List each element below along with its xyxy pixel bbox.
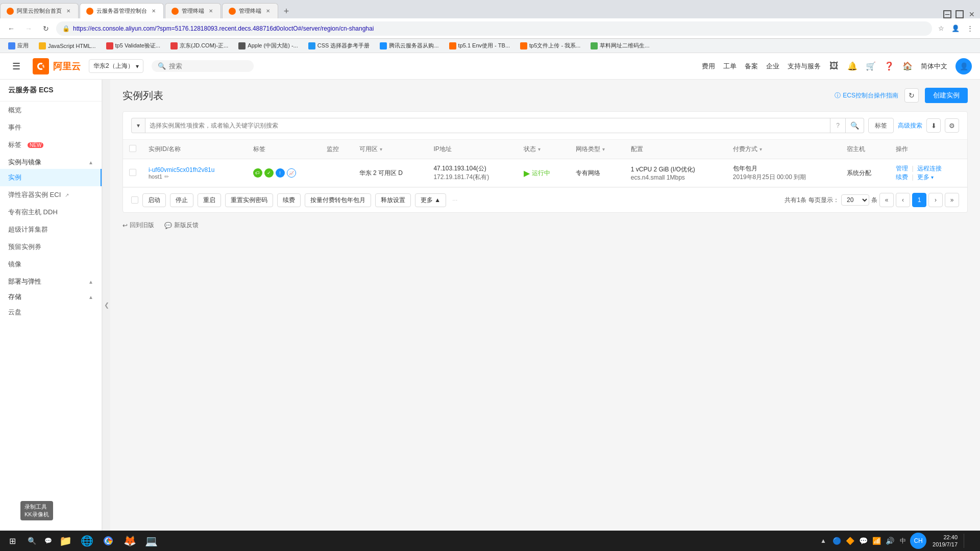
restart-button[interactable]: 重启 <box>198 193 221 207</box>
bookmark-tencent[interactable]: 腾讯云服务器从购... <box>376 41 443 51</box>
tab-close-4[interactable]: ✕ <box>264 8 272 15</box>
sidebar-item-events[interactable]: 事件 <box>0 119 102 136</box>
sidebar-item-ddh[interactable]: 专有宿主机 DDH <box>0 204 102 221</box>
sidebar-item-instances[interactable]: 实例 <box>0 169 102 186</box>
tray-icon-1[interactable]: 🔵 <box>830 535 843 547</box>
tray-icon-2[interactable]: 🔶 <box>844 535 856 547</box>
stop-button[interactable]: 停止 <box>170 193 193 207</box>
search-input[interactable] <box>169 62 210 70</box>
nav-icp[interactable]: 备案 <box>745 62 758 71</box>
nav-lang[interactable]: 简体中文 <box>921 62 947 71</box>
taskbar-app-5[interactable]: 💻 <box>141 531 161 551</box>
create-instance-button[interactable]: 创建实例 <box>925 88 968 103</box>
nav-enterprise[interactable]: 企业 <box>766 62 779 71</box>
tag-icon-check[interactable]: ✓ <box>264 168 274 178</box>
tab-3[interactable]: 管理终端 ✕ <box>165 3 221 18</box>
back-button[interactable]: ← <box>4 21 18 36</box>
reset-password-button[interactable]: 重置实例密码 <box>225 193 273 207</box>
cart-icon[interactable]: 🛒 <box>866 61 876 71</box>
taskbar-file-explorer[interactable]: 📁 <box>55 531 76 551</box>
tray-network-icon[interactable]: 📶 <box>870 535 883 547</box>
th-instance-id[interactable]: 实例ID/名称 <box>149 145 241 154</box>
sidebar-section-storage[interactable]: 存储 ▲ <box>0 288 102 304</box>
tray-volume-icon[interactable]: 🔊 <box>884 535 896 547</box>
image-icon[interactable]: 🖼 <box>829 61 839 71</box>
nav-support[interactable]: 支持与服务 <box>788 62 821 71</box>
user-avatar[interactable]: 👤 <box>955 58 972 74</box>
page-last-button[interactable]: » <box>945 193 959 207</box>
advanced-search-link[interactable]: 高级搜索 <box>898 121 922 130</box>
forward-button[interactable]: → <box>21 21 36 36</box>
instance-id-link[interactable]: i-uf60vmic5cx01fh2v81u <box>149 166 214 173</box>
nav-ticket[interactable]: 工单 <box>723 62 737 71</box>
settings-icon[interactable]: ⋮ <box>964 22 976 35</box>
download-icon-button[interactable]: ⬇ <box>926 118 941 133</box>
sidebar-item-images[interactable]: 镜像 <box>0 256 102 273</box>
footer-select-all-checkbox[interactable] <box>131 196 138 204</box>
bell-icon[interactable]: 🔔 <box>847 61 857 71</box>
bookmark-tp5[interactable]: tp5 Validate验证... <box>102 41 164 51</box>
th-network[interactable]: 网络类型 ▾ <box>576 145 619 154</box>
search-help-icon[interactable]: ? <box>830 118 846 133</box>
sidebar-item-reserved[interactable]: 预留实例券 <box>0 238 102 256</box>
tag-icon-alert[interactable]: ! <box>276 168 285 178</box>
help-link[interactable]: ⓘ ECS控制台操作指南 <box>835 91 898 100</box>
help-icon[interactable]: ❓ <box>884 61 894 71</box>
home-icon[interactable]: 🏠 <box>902 61 913 71</box>
taskbar-cortana-icon[interactable]: 💬 <box>41 534 55 548</box>
new-tab-button[interactable]: + <box>279 4 293 18</box>
sidebar-section-instances[interactable]: 实例与镜像 ▲ <box>0 154 102 169</box>
nav-fees[interactable]: 费用 <box>702 62 715 71</box>
tray-icon-3[interactable]: 💬 <box>857 535 869 547</box>
tag-button[interactable]: 标签 <box>868 118 894 133</box>
bookmark-css[interactable]: CSS 选择器参考手册 <box>304 41 374 51</box>
tab-1[interactable]: 阿里云控制台首页 ✕ <box>0 3 79 18</box>
maximize-button[interactable] <box>955 10 964 18</box>
taskbar-chrome-icon[interactable] <box>98 531 118 551</box>
tray-custom-icon[interactable]: CH <box>910 533 926 549</box>
bookmark-js[interactable]: JavaScript HTML... <box>35 41 100 51</box>
close-button[interactable]: ✕ <box>968 10 976 18</box>
page-1-button[interactable]: 1 <box>912 193 926 207</box>
minimize-button[interactable]: ─ <box>943 10 951 18</box>
convert-billing-button[interactable]: 按量付费转包年包月 <box>305 193 371 207</box>
feedback-link[interactable]: 💬 新版反馈 <box>164 221 199 230</box>
page-next-button[interactable]: › <box>928 193 943 207</box>
tab-close-1[interactable]: ✕ <box>65 8 72 15</box>
bookmark-apple[interactable]: Apple (中国大陆) -... <box>234 41 302 51</box>
tag-icon-label[interactable]: 🏷 <box>253 168 262 178</box>
bookmark-jd[interactable]: 京东(JD.COM)-正... <box>166 41 232 51</box>
taskbar-app-4[interactable]: 🦊 <box>119 531 140 551</box>
bookmark-qrcode[interactable]: 草料网址二维码生... <box>586 41 653 51</box>
page-first-button[interactable]: « <box>879 193 894 207</box>
tab-4[interactable]: 管理终端 ✕ <box>222 3 278 18</box>
th-billing[interactable]: 付费方式 ▾ <box>733 145 835 154</box>
hamburger-menu-icon[interactable]: ☰ <box>8 58 24 74</box>
taskbar-search-icon[interactable]: 🔍 <box>22 532 41 550</box>
action-renew-link[interactable]: 续费 <box>896 173 908 181</box>
tab-close-3[interactable]: ✕ <box>207 8 214 15</box>
tray-up-arrow-icon[interactable]: ▲ <box>817 535 829 547</box>
url-bar[interactable]: 🔒 https://ecs.console.aliyun.com/?spm=51… <box>56 21 932 36</box>
action-upgrade-link[interactable]: 更多 <box>917 173 929 181</box>
renew-button[interactable]: 续费 <box>277 193 301 207</box>
action-remote-link[interactable]: 远程连接 <box>917 165 942 172</box>
back-to-old-link[interactable]: ↩ 回到旧版 <box>122 221 154 230</box>
sidebar-collapse-button[interactable]: ❮ <box>102 80 110 531</box>
more-button[interactable]: 更多 ▲ <box>415 193 446 207</box>
tab-close-2[interactable]: ✕ <box>150 8 157 15</box>
bookmark-tp5upload[interactable]: tp5文件上传 - 我系... <box>516 41 584 51</box>
bookmark-apps[interactable]: 应用 <box>4 41 33 51</box>
refresh-button[interactable]: ↻ <box>904 88 919 103</box>
sidebar-section-deploy[interactable]: 部署与弹性 ▲ <box>0 273 102 288</box>
row-checkbox[interactable] <box>129 169 136 176</box>
settings-icon-button[interactable]: ⚙ <box>945 118 959 133</box>
release-settings-button[interactable]: 释放设置 <box>375 193 411 207</box>
refresh-button[interactable]: ↻ <box>39 21 53 36</box>
page-prev-button[interactable]: ‹ <box>896 193 910 207</box>
search-button[interactable]: 🔍 <box>846 118 864 133</box>
start-button[interactable]: ⊞ <box>2 531 22 551</box>
select-all-checkbox[interactable] <box>129 145 136 152</box>
edit-name-icon[interactable]: ✏ <box>164 173 169 180</box>
region-selector[interactable]: 华东2（上海） ▾ <box>89 59 143 73</box>
